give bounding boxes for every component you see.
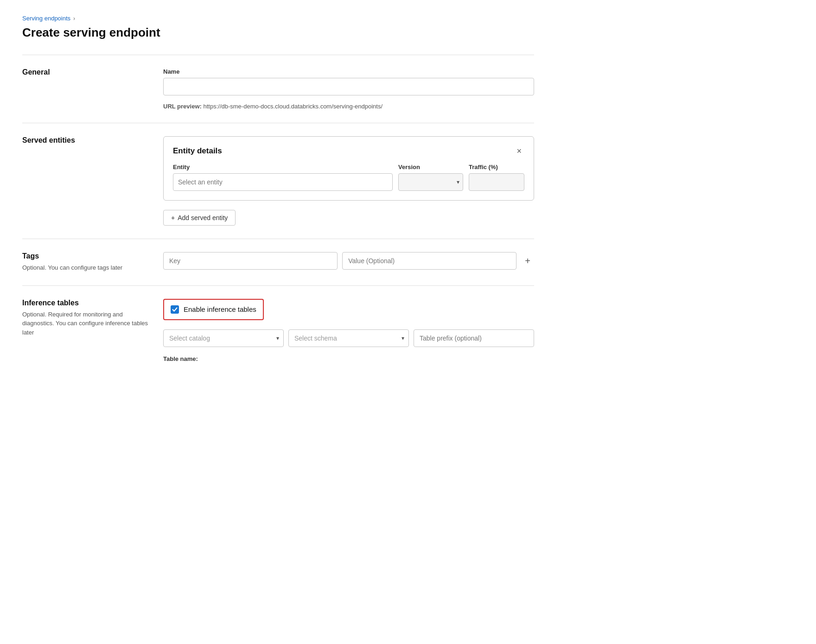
tags-add-button[interactable]: + bbox=[521, 254, 534, 268]
entity-card-header: Entity details × bbox=[173, 146, 524, 156]
table-name-label: Table name: bbox=[163, 355, 198, 362]
catalog-dropdown-wrapper: Select catalog ▾ bbox=[163, 329, 284, 347]
entity-card: Entity details × Entity Version ▾ bbox=[163, 136, 534, 201]
traffic-input[interactable]: 100 bbox=[469, 173, 524, 191]
general-section-label-area: General bbox=[22, 68, 152, 110]
tags-section: Tags Optional. You can configure tags la… bbox=[22, 239, 534, 285]
entity-card-close-button[interactable]: × bbox=[514, 146, 524, 156]
served-entities-content: Entity details × Entity Version ▾ bbox=[163, 136, 534, 226]
enable-inference-tables-row[interactable]: Enable inference tables bbox=[163, 299, 264, 320]
version-field-group: Version ▾ bbox=[398, 164, 463, 191]
name-field-group: Name bbox=[163, 68, 534, 95]
tags-label-area: Tags Optional. You can configure tags la… bbox=[22, 252, 152, 272]
tags-value-input[interactable] bbox=[342, 252, 516, 270]
table-name-row: Table name: bbox=[163, 355, 534, 362]
inference-tables-label-area: Inference tables Optional. Required for … bbox=[22, 299, 152, 362]
tags-label: Tags bbox=[22, 252, 152, 260]
page-title: Create serving endpoint bbox=[22, 25, 534, 40]
version-field-label: Version bbox=[398, 164, 463, 170]
inference-tables-content: Enable inference tables Select catalog ▾… bbox=[163, 299, 534, 362]
entity-field-group: Entity bbox=[173, 164, 393, 191]
catalog-select[interactable]: Select catalog bbox=[163, 329, 284, 347]
tags-section-content: + bbox=[163, 252, 534, 272]
name-input[interactable] bbox=[163, 78, 534, 95]
general-section: General Name URL preview: https://db-sme… bbox=[22, 55, 534, 123]
served-entities-label-area: Served entities bbox=[22, 136, 152, 226]
breadcrumb-chevron-icon: › bbox=[73, 15, 75, 22]
version-select-wrapper: ▾ bbox=[398, 173, 463, 191]
inference-tables-section: Inference tables Optional. Required for … bbox=[22, 285, 534, 375]
checkmark-icon bbox=[172, 307, 178, 312]
general-section-label: General bbox=[22, 68, 152, 76]
traffic-field-label: Traffic (%) bbox=[469, 164, 524, 170]
served-entities-label: Served entities bbox=[22, 136, 152, 145]
table-prefix-input[interactable] bbox=[414, 329, 534, 347]
tags-sublabel: Optional. You can configure tags later bbox=[22, 263, 152, 272]
name-field-label: Name bbox=[163, 68, 534, 75]
tags-inputs-row: + bbox=[163, 252, 534, 270]
entity-field-label: Entity bbox=[173, 164, 393, 170]
schema-dropdown-wrapper: Select schema ▾ bbox=[288, 329, 409, 347]
tags-key-input[interactable] bbox=[163, 252, 338, 270]
traffic-field-group: Traffic (%) 100 bbox=[469, 164, 524, 191]
served-entities-section: Served entities Entity details × Entity … bbox=[22, 123, 534, 239]
entity-fields-row: Entity Version ▾ Traffic (%) 100 bbox=[173, 164, 524, 191]
catalog-row: Select catalog ▾ Select schema ▾ bbox=[163, 329, 534, 347]
add-entity-plus-icon: + bbox=[171, 214, 175, 221]
add-served-entity-button[interactable]: + Add served entity bbox=[163, 210, 236, 226]
schema-select[interactable]: Select schema bbox=[288, 329, 409, 347]
breadcrumb-link[interactable]: Serving endpoints bbox=[22, 15, 70, 22]
version-select[interactable] bbox=[398, 173, 463, 191]
entity-select-input[interactable] bbox=[173, 173, 393, 191]
inference-tables-sublabel: Optional. Required for monitoring and di… bbox=[22, 310, 152, 337]
url-preview-label: URL preview: bbox=[163, 103, 202, 110]
enable-inference-checkbox[interactable] bbox=[171, 305, 179, 314]
inference-tables-label: Inference tables bbox=[22, 299, 152, 307]
entity-card-title: Entity details bbox=[173, 146, 222, 156]
url-preview: URL preview: https://db-sme-demo-docs.cl… bbox=[163, 103, 534, 110]
url-preview-value: https://db-sme-demo-docs.cloud.databrick… bbox=[203, 103, 382, 110]
breadcrumb: Serving endpoints › bbox=[22, 15, 534, 22]
enable-inference-label: Enable inference tables bbox=[184, 305, 256, 313]
add-entity-label: Add served entity bbox=[178, 214, 228, 221]
general-section-content: Name URL preview: https://db-sme-demo-do… bbox=[163, 68, 534, 110]
